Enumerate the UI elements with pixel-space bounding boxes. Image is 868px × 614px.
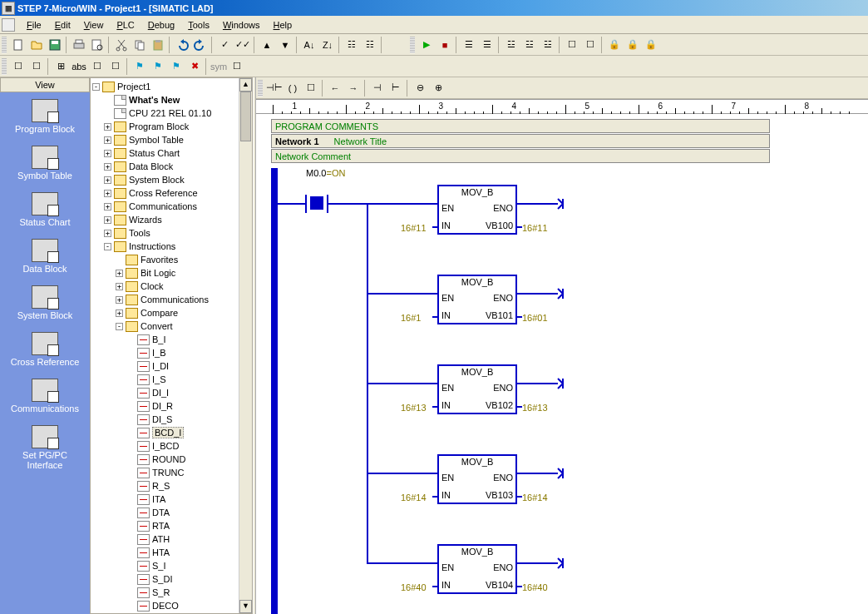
network-title-bar[interactable]: Network 1 Network Title <box>271 134 770 148</box>
negate-button[interactable]: ⊖ <box>411 79 429 97</box>
tree-node[interactable]: +Compare <box>92 306 252 319</box>
tree-node[interactable]: +Data Block <box>92 160 252 173</box>
tb-button[interactable]: ☐ <box>581 36 599 54</box>
tree-node[interactable]: BCD_I <box>92 426 252 439</box>
stl-view-button[interactable]: ☐ <box>27 57 46 76</box>
copy-button[interactable] <box>131 36 149 54</box>
menu-tools[interactable]: Tools <box>181 17 216 32</box>
lock-2-button[interactable]: 🔒 <box>624 36 642 54</box>
expand-icon[interactable]: + <box>116 270 123 277</box>
tree-node[interactable]: CPU 221 REL 01.10 <box>92 106 252 120</box>
menu-view[interactable]: View <box>77 17 111 32</box>
view-item-symbol-table[interactable]: Symbol Table <box>0 146 90 181</box>
expand-icon[interactable]: + <box>104 190 111 197</box>
line-right-button[interactable]: → <box>344 79 362 97</box>
tree-scrollbar[interactable]: ▲ ▼ <box>239 78 252 613</box>
tree-node[interactable]: S_I <box>92 559 252 572</box>
expand-icon[interactable]: + <box>104 216 111 224</box>
sort-desc-button[interactable]: Z↓ <box>318 36 337 54</box>
lock-1-button[interactable]: 🔒 <box>605 36 624 54</box>
expand-icon[interactable]: + <box>104 136 111 144</box>
tb-button[interactable]: ⊕ <box>429 79 447 97</box>
menu-debug[interactable]: Debug <box>141 17 181 32</box>
chart-3-button[interactable]: ☳ <box>539 36 557 54</box>
cut-button[interactable] <box>112 36 131 54</box>
expand-icon[interactable]: + <box>116 296 123 304</box>
expand-icon[interactable]: + <box>104 230 111 237</box>
paste-button[interactable] <box>149 36 167 54</box>
stop-button[interactable]: ■ <box>436 36 454 54</box>
tree-node[interactable]: +Bit Logic <box>92 266 252 280</box>
bookmark-clear-button[interactable]: ✖ <box>185 57 204 76</box>
tree-node[interactable]: S_DI <box>92 572 252 586</box>
scroll-up-button[interactable]: ▲ <box>239 78 252 92</box>
function-block-mov_b[interactable]: MOV_BENENOINVB104 <box>437 544 517 594</box>
collapse-icon[interactable]: - <box>92 83 100 91</box>
options-button[interactable]: ☷ <box>343 36 361 54</box>
monitor-1-button[interactable]: ☰ <box>460 36 478 54</box>
function-block-mov_b[interactable]: MOV_BENENOINVB102 <box>437 364 517 414</box>
menu-plc[interactable]: PLC <box>110 17 141 32</box>
save-button[interactable] <box>46 36 64 54</box>
expand-icon[interactable]: + <box>104 176 111 184</box>
network-button[interactable]: ⊞ <box>52 57 70 76</box>
collapse-icon[interactable]: - <box>104 243 111 250</box>
tree-node[interactable]: I_DI <box>92 359 252 373</box>
tree-node[interactable]: ITA <box>92 493 252 506</box>
view-item-set-pg-pc-interface[interactable]: Set PG/PCInterface <box>0 425 90 470</box>
tree-node[interactable]: Favorites <box>92 253 252 266</box>
compile-all-button[interactable]: ✓✓ <box>234 36 252 54</box>
tree-node[interactable]: +Wizards <box>92 213 252 226</box>
expand-icon[interactable]: + <box>104 203 111 210</box>
tree-node[interactable]: HTA <box>92 546 252 559</box>
tree-node[interactable]: ATH <box>92 532 252 546</box>
tree-node[interactable]: DI_R <box>92 399 252 413</box>
tree-node[interactable]: DTA <box>92 506 252 519</box>
print-preview-button[interactable] <box>88 36 106 54</box>
view-item-communications[interactable]: Communications <box>0 379 90 413</box>
run-button[interactable]: ▶ <box>417 36 436 54</box>
view-item-cross-reference[interactable]: Cross Reference <box>0 332 90 367</box>
lock-3-button[interactable]: 🔒 <box>642 36 660 54</box>
insert-coil-button[interactable]: ( ) <box>284 79 302 97</box>
tree-node[interactable]: ROUND <box>92 453 252 466</box>
tb-button[interactable]: ☐ <box>228 57 246 76</box>
compile-button[interactable]: ✓ <box>215 36 234 54</box>
expand-icon[interactable]: + <box>104 163 111 171</box>
tree-node[interactable]: DECO <box>92 599 252 612</box>
lad-view-button[interactable]: ☐ <box>9 57 27 76</box>
expand-icon[interactable]: + <box>104 150 111 157</box>
tree-node[interactable]: DI_I <box>92 386 252 399</box>
project-tree[interactable]: -Project1What's NewCPU 221 REL 01.10+Pro… <box>90 77 253 614</box>
tree-node[interactable]: B_I <box>92 333 252 346</box>
collapse-icon[interactable]: - <box>116 323 123 330</box>
tree-node[interactable]: RTA <box>92 519 252 532</box>
tree-node[interactable]: +Communications <box>92 293 252 306</box>
tree-node[interactable]: +Program Block <box>92 120 252 133</box>
chart-1-button[interactable]: ☳ <box>502 36 520 54</box>
insert-contact-button[interactable]: ⊣⊢ <box>265 79 284 97</box>
chart-2-button[interactable]: ☳ <box>520 36 539 54</box>
program-comments-bar[interactable]: PROGRAM COMMENTS <box>271 119 770 133</box>
tree-node[interactable]: +System Block <box>92 173 252 186</box>
tree-node[interactable]: +Communications <box>92 200 252 213</box>
network-comment-bar[interactable]: Network Comment <box>271 149 770 163</box>
line-up-button[interactable]: ⊣ <box>368 79 387 97</box>
function-block-mov_b[interactable]: MOV_BENENOINVB103 <box>437 454 517 504</box>
menu-file[interactable]: File <box>20 17 48 32</box>
menu-windows[interactable]: Windows <box>216 17 267 32</box>
tree-node[interactable]: -Instructions <box>92 240 252 253</box>
tree-node[interactable]: +Cross Reference <box>92 186 252 200</box>
tree-node[interactable]: +Clock <box>92 280 252 293</box>
tree-node[interactable]: I_BCD <box>92 439 252 453</box>
abs-button[interactable]: abs <box>70 57 88 76</box>
expand-icon[interactable]: + <box>116 309 123 317</box>
tree-node[interactable]: -Project1 <box>92 80 252 93</box>
sym-tb-button[interactable]: sym <box>210 57 228 76</box>
scroll-thumb[interactable] <box>240 92 251 141</box>
tree-node[interactable]: I_S <box>92 373 252 386</box>
tree-node[interactable]: I_B <box>92 346 252 359</box>
undo-button[interactable] <box>173 36 191 54</box>
tree-node[interactable]: +Tools <box>92 226 252 240</box>
tree-node[interactable]: What's New <box>92 93 252 106</box>
